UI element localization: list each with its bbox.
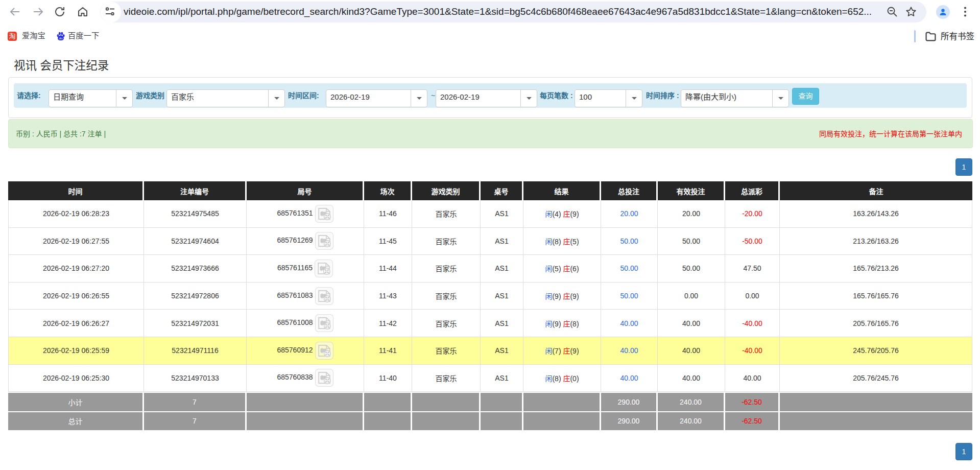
svg-text:du: du [59,37,62,40]
